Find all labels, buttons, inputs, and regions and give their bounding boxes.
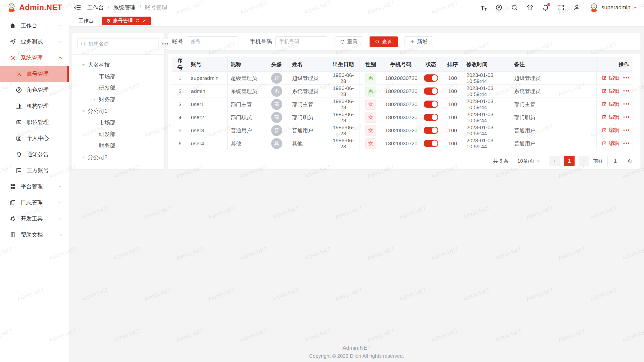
tree-more-button[interactable] — [162, 38, 168, 49]
tree-node[interactable]: 分公司2 — [77, 152, 159, 163]
fullscreen-icon[interactable] — [558, 4, 565, 11]
next-page-button[interactable] — [579, 156, 589, 166]
tree-node[interactable]: 财务部 — [77, 140, 159, 152]
edit-icon — [602, 75, 607, 80]
sidebar-item-account-manage[interactable]: 账号管理 — [0, 66, 69, 82]
cell-account: admin — [188, 85, 228, 98]
tree-node[interactable]: 市场部 — [77, 117, 159, 128]
status-toggle[interactable] — [424, 127, 438, 134]
row-more-button[interactable] — [623, 143, 629, 144]
user-menu[interactable]: superadmin — [589, 3, 637, 13]
cell-ops: 编辑 — [597, 98, 632, 111]
font-size-icon[interactable]: TT — [481, 4, 487, 11]
gender-badge: 男 — [365, 86, 376, 97]
account-table-panel: 序号账号昵称头像姓名出生日期性别手机号码状态排序修改时间备注操作1superad… — [168, 54, 640, 169]
tab-account-manage[interactable]: 账号管理 — [102, 17, 151, 25]
sidebar-item-personal-center[interactable]: 个人中心 — [0, 130, 69, 146]
add-button[interactable]: 新增 — [405, 36, 433, 47]
page-number-current[interactable]: 1 — [564, 156, 575, 166]
cell-order: 100 — [442, 124, 463, 137]
status-toggle[interactable] — [424, 101, 438, 108]
prev-page-button[interactable] — [549, 156, 560, 166]
status-toggle[interactable] — [424, 140, 438, 147]
tab-refresh-icon[interactable] — [135, 19, 140, 23]
sidebar-item-system-manage[interactable]: 系统管理 — [0, 50, 69, 66]
row-more-button[interactable] — [623, 103, 629, 105]
sidebar-item-label: 业务测试 — [21, 38, 58, 46]
cell-mtime: 2023-01-03 10:59:44 — [463, 98, 511, 111]
cell-phone: 18020030720 — [382, 72, 420, 85]
caret-down-icon[interactable] — [82, 109, 85, 113]
footer-brand: Admin.NET — [69, 345, 644, 351]
sidebar-item-position-manage[interactable]: 职位管理 — [0, 114, 69, 130]
edit-button[interactable]: 编辑 — [602, 101, 619, 108]
breadcrumb-item[interactable]: 系统管理 — [113, 4, 136, 11]
user-icon[interactable] — [573, 4, 580, 11]
chevron-left-icon — [553, 159, 557, 163]
sidebar-item-platform-manage[interactable]: 平台管理 — [0, 178, 69, 195]
phone-input[interactable] — [275, 36, 327, 47]
reset-button[interactable]: 重置 — [335, 36, 363, 47]
tree-node[interactable]: 研发部 — [77, 128, 159, 140]
edit-icon — [602, 127, 607, 133]
caret-right-icon[interactable] — [93, 98, 96, 101]
tree-node[interactable]: 市场部 — [77, 71, 159, 82]
tree-node[interactable]: 财务部 — [77, 94, 159, 105]
sidebar-item-log-manage[interactable]: 日志管理 — [0, 195, 69, 211]
cell-remark: 系统管理员 — [511, 85, 597, 98]
theme-icon[interactable] — [527, 4, 534, 11]
sidebar-item-business-test[interactable]: 业务测试 — [0, 34, 69, 50]
menu-fold-icon[interactable] — [74, 4, 81, 11]
query-form: 账号 手机号码 重置 查询 新增 — [168, 33, 640, 50]
status-toggle[interactable] — [424, 114, 438, 121]
cell-order: 100 — [442, 137, 463, 150]
sidebar-item-org-manage[interactable]: 机构管理 — [0, 98, 69, 114]
cell-status — [420, 137, 442, 150]
chevron-down-icon — [633, 6, 637, 10]
tab-label: 账号管理 — [113, 17, 133, 24]
caret-down-icon[interactable] — [82, 63, 85, 67]
top-header: 工作台 / 系统管理 / 账号管理 TT — [69, 0, 644, 15]
page-size-select[interactable]: 10条/页 — [513, 156, 545, 166]
edit-button[interactable]: 编辑 — [602, 127, 619, 134]
sidebar-item-label: 账号管理 — [27, 70, 62, 78]
table-row: 5user3普通用户普普通用户1986-06-28女18020030720100… — [172, 124, 632, 137]
sidebar-item-role-manage[interactable]: 角色管理 — [0, 82, 69, 98]
account-input[interactable] — [187, 36, 238, 47]
search-icon[interactable] — [511, 4, 518, 11]
column-header-nickname: 昵称 — [228, 57, 264, 72]
edit-button[interactable]: 编辑 — [602, 114, 619, 121]
cell-status — [420, 85, 442, 98]
sidebar-item-notice[interactable]: 通知公告 — [0, 146, 69, 162]
edit-button[interactable]: 编辑 — [602, 74, 619, 81]
caret-right-icon[interactable] — [82, 156, 85, 159]
search-button[interactable]: 查询 — [370, 36, 398, 47]
tab-workbench[interactable]: 工作台 — [74, 17, 98, 25]
profile-icon — [16, 135, 22, 142]
cell-nickname: 部门主管 — [228, 98, 264, 111]
notification-icon[interactable] — [542, 4, 549, 11]
row-more-button[interactable] — [623, 77, 629, 78]
tab-label: 工作台 — [78, 17, 94, 24]
goto-page-input[interactable] — [607, 156, 623, 166]
refresh-icon — [340, 39, 345, 44]
edit-button[interactable]: 编辑 — [602, 87, 619, 95]
row-more-button[interactable] — [623, 90, 629, 92]
cell-gender: 男 — [359, 85, 382, 98]
sidebar-item-help-docs[interactable]: 帮助文档 — [0, 227, 69, 243]
edit-button[interactable]: 编辑 — [602, 140, 619, 147]
status-toggle[interactable] — [424, 74, 438, 82]
status-toggle[interactable] — [424, 87, 438, 95]
sidebar-item-workbench[interactable]: 工作台 — [0, 18, 69, 34]
tree-node[interactable]: 大名科技 — [77, 59, 159, 71]
tree-node[interactable]: 分公司1 — [77, 105, 159, 117]
tab-close-icon[interactable] — [142, 19, 146, 23]
language-icon[interactable] — [495, 4, 502, 11]
sidebar-item-third-party-account[interactable]: 三方账号 — [0, 162, 69, 178]
tree-node[interactable]: 研发部 — [77, 82, 159, 94]
org-search-input[interactable] — [89, 41, 155, 47]
sidebar-item-dev-tools[interactable]: 开发工具 — [0, 211, 69, 227]
row-more-button[interactable] — [623, 116, 629, 118]
breadcrumb-item[interactable]: 工作台 — [87, 4, 104, 11]
row-more-button[interactable] — [623, 129, 629, 131]
